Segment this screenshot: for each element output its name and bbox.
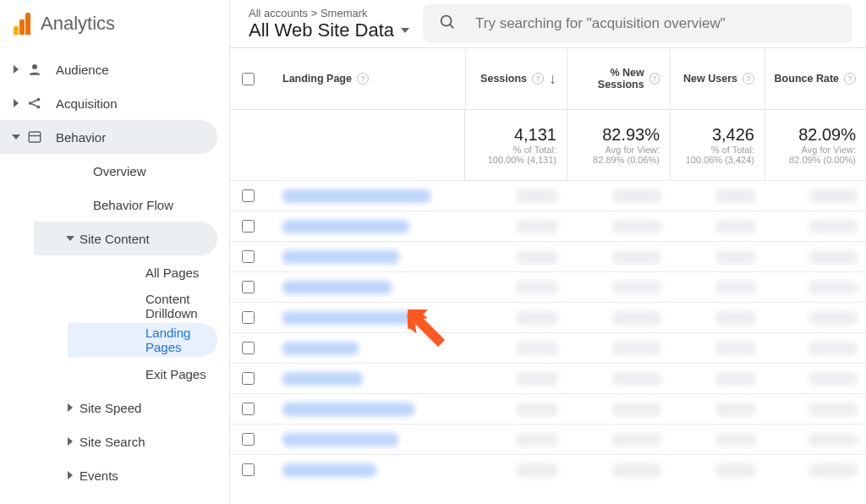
help-icon[interactable]: ? — [743, 73, 754, 85]
sidebar-item-exit-pages[interactable]: Exit Pages — [68, 357, 229, 391]
table-row[interactable] — [230, 180, 866, 211]
th-landing-page[interactable]: Landing Page ? — [266, 48, 465, 109]
sidebar-item-acquisition[interactable]: Acquisition — [0, 86, 229, 120]
account-picker[interactable]: All accounts > Smemark All Web Site Data — [249, 7, 409, 41]
main: All accounts > Smemark All Web Site Data… — [230, 0, 866, 504]
sidebar-item-label: All Pages — [145, 266, 199, 280]
sidebar-item-label: Content Drilldown — [145, 292, 216, 320]
brand[interactable]: Analytics — [0, 0, 229, 47]
sidebar: Analytics Audience — [0, 0, 230, 504]
nav: Audience Acquisition — [0, 47, 229, 504]
th-new-users[interactable]: New Users ? — [670, 48, 765, 109]
view-selector[interactable]: All Web Site Data — [249, 19, 409, 41]
total-sub1: % of Total: — [513, 145, 556, 155]
th-label: Sessions — [480, 73, 527, 85]
row-checkbox[interactable] — [242, 311, 255, 324]
data-table: Landing Page ? Sessions ? ↓ % New Sessio… — [230, 47, 866, 485]
total-value: 82.09% — [798, 125, 856, 145]
th-label: Landing Page — [282, 73, 352, 85]
total-value: 82.93% — [602, 125, 660, 145]
chevron-right-icon — [12, 65, 20, 74]
sidebar-item-site-speed[interactable]: Site Speed — [34, 391, 229, 425]
row-checkbox[interactable] — [242, 433, 255, 446]
search-input[interactable] — [474, 14, 837, 33]
sidebar-item-content-drilldown[interactable]: Content Drilldown — [68, 289, 229, 323]
search-bar[interactable] — [423, 4, 852, 43]
sidebar-item-landing-pages[interactable]: Landing Pages — [68, 323, 217, 357]
analytics-logo-icon — [14, 13, 30, 35]
table-row[interactable] — [230, 302, 866, 332]
share-icon — [25, 96, 44, 111]
th-new-sessions[interactable]: % New Sessions ? — [567, 48, 670, 109]
table-row[interactable] — [230, 454, 866, 485]
sidebar-item-site-search[interactable]: Site Search — [34, 425, 229, 458]
table-row[interactable] — [230, 241, 866, 271]
help-icon[interactable]: ? — [357, 73, 369, 85]
table-row[interactable] — [230, 332, 866, 363]
brand-name: Analytics — [41, 13, 115, 35]
total-value: 3,426 — [712, 125, 754, 145]
total-sub1: % of Total: — [711, 145, 754, 155]
topbar: All accounts > Smemark All Web Site Data — [230, 0, 866, 47]
total-sub1: Avg for View: — [802, 145, 856, 155]
th-label: % New Sessions — [573, 67, 644, 90]
th-bounce-rate[interactable]: Bounce Rate ? — [765, 48, 866, 109]
chevron-right-icon — [66, 437, 74, 446]
total-sessions: 4,131 % of Total: 100.00% (4,131) — [465, 110, 567, 180]
svg-line-7 — [450, 25, 453, 28]
help-icon[interactable]: ? — [844, 73, 856, 85]
svg-rect-4 — [29, 132, 41, 142]
total-sub2: 100.00% (4,131) — [488, 155, 556, 165]
total-sub2: 100.06% (3,424) — [686, 155, 754, 165]
th-sessions[interactable]: Sessions ? ↓ — [465, 48, 567, 109]
person-icon — [25, 62, 44, 77]
list-icon — [25, 129, 44, 145]
th-label: New Users — [683, 73, 737, 85]
table-row[interactable] — [230, 424, 866, 454]
total-sub2: 82.89% (0.06%) — [593, 155, 660, 165]
total-sub1: Avg for View: — [606, 145, 660, 155]
select-all-cell — [230, 70, 266, 88]
sidebar-item-publisher[interactable]: Publisher — [34, 492, 229, 504]
table-row[interactable] — [230, 363, 866, 393]
row-checkbox[interactable] — [242, 220, 255, 233]
sidebar-item-label: Behavior Flow — [93, 198, 173, 212]
row-checkbox[interactable] — [242, 463, 255, 476]
table-row[interactable] — [230, 271, 866, 302]
sidebar-item-audience[interactable]: Audience — [0, 52, 229, 86]
help-icon[interactable]: ? — [532, 73, 544, 85]
row-checkbox[interactable] — [242, 403, 255, 415]
row-checkbox[interactable] — [242, 342, 255, 354]
sidebar-item-site-content[interactable]: Site Content — [34, 222, 217, 255]
row-checkbox[interactable] — [242, 250, 255, 263]
chevron-right-icon — [66, 471, 74, 479]
sidebar-item-events[interactable]: Events — [34, 458, 229, 492]
chevron-right-icon — [12, 99, 20, 107]
sidebar-item-label: Behavior — [56, 130, 106, 145]
table-body — [230, 180, 866, 485]
sidebar-item-label: Overview — [93, 164, 146, 178]
app-root: Analytics Audience — [0, 0, 866, 504]
chevron-right-icon — [66, 403, 74, 412]
svg-point-6 — [441, 16, 452, 26]
total-bounce-rate: 82.09% Avg for View: 82.09% (0.00%) — [765, 110, 866, 180]
help-icon[interactable]: ? — [650, 73, 660, 85]
sidebar-item-label: Site Speed — [79, 401, 141, 415]
view-label: All Web Site Data — [249, 19, 394, 41]
table-row[interactable] — [230, 211, 866, 241]
table-row[interactable] — [230, 393, 866, 424]
sidebar-item-behavior[interactable]: Behavior — [0, 120, 217, 154]
row-checkbox[interactable] — [242, 372, 255, 385]
table-totals: 4,131 % of Total: 100.00% (4,131) 82.93%… — [230, 109, 866, 180]
sidebar-item-label: Events — [79, 468, 118, 483]
sidebar-item-behavior-flow[interactable]: Behavior Flow — [34, 188, 229, 222]
row-checkbox[interactable] — [242, 189, 255, 202]
svg-point-0 — [32, 64, 37, 69]
sidebar-item-label: Audience — [56, 63, 109, 77]
select-all-checkbox[interactable] — [242, 73, 255, 85]
sidebar-item-all-pages[interactable]: All Pages — [68, 255, 229, 289]
chevron-down-icon — [12, 134, 20, 140]
row-checkbox[interactable] — [242, 281, 255, 293]
table-header: Landing Page ? Sessions ? ↓ % New Sessio… — [230, 48, 866, 109]
sidebar-item-overview[interactable]: Overview — [34, 154, 229, 188]
